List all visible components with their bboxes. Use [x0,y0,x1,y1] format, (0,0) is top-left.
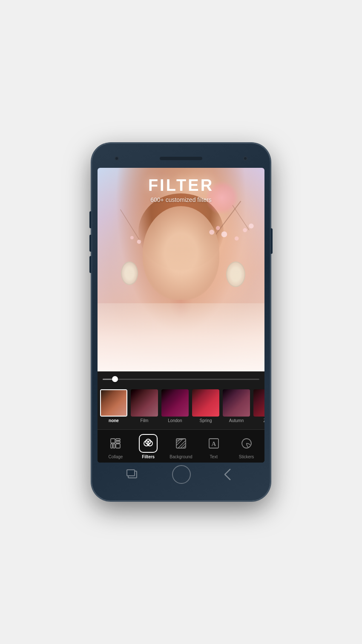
home-button[interactable] [172,465,191,484]
text-icon-container: A [204,434,223,453]
bottom-navigation: Collage Filters [98,429,264,463]
svg-rect-13 [116,441,120,443]
filter-label-autumn: Autumn [229,418,244,423]
slider-track[interactable] [103,379,259,380]
earring-right [226,262,245,287]
svg-rect-12 [116,439,120,440]
svg-rect-14 [111,444,112,448]
filter-slider-container[interactable] [98,371,264,387]
back-button[interactable] [224,469,236,480]
filter-label-zep: Zep [263,418,264,423]
dress-element [98,303,264,371]
svg-text:A: A [211,440,216,447]
thumb-film-img [131,389,158,417]
filter-thumb-zep [253,389,264,417]
filter-item-none[interactable]: none [99,389,128,427]
filter-thumbnails-row: none Film London Spring [98,387,264,429]
filter-item-london[interactable]: London [161,389,190,427]
nav-label-filters: Filters [142,454,155,459]
background-icon [175,437,187,449]
collage-icon-container [106,434,125,453]
stickers-icon-container [237,434,256,453]
svg-rect-11 [111,439,115,443]
filter-item-film[interactable]: Film [130,389,159,427]
nav-item-text[interactable]: A Text [201,434,227,459]
front-camera-left [115,156,119,161]
filters-icon-container [139,434,158,453]
filter-item-spring[interactable]: Spring [191,389,220,427]
stickers-icon [241,437,253,449]
filter-overlay: FILTER 600+ customized filters [98,176,264,203]
nav-item-collage[interactable]: Collage [103,434,128,459]
filter-label-london: London [168,418,182,423]
main-photo-area: FILTER 600+ customized filters [98,168,264,371]
filter-item-zep[interactable]: Zep [253,389,264,427]
recent-apps-button[interactable] [128,471,137,478]
filter-label-film: Film [141,418,149,423]
filter-thumb-none [100,389,127,417]
thumb-zep-img [253,389,264,417]
filter-thumb-spring [192,389,219,417]
phone-hardware-bar [98,463,264,486]
earring-left [121,262,138,285]
svg-rect-15 [113,444,115,448]
thumb-none-img [101,390,126,416]
face-element [143,206,219,300]
filter-thumb-autumn [223,389,250,417]
nav-item-filters[interactable]: Filters [135,434,161,459]
front-camera-right [243,156,247,161]
thumb-autumn-img [223,389,250,417]
filters-icon [142,437,154,449]
filter-thumb-film [131,389,158,417]
phone-device: FILTER 600+ customized filters none [92,143,270,501]
nav-label-collage: Collage [108,454,123,459]
nav-label-stickers: Stickers [239,454,254,459]
nav-item-stickers[interactable]: Stickers [234,434,259,459]
filter-subtitle-text: 600+ customized filters [98,196,264,203]
thumb-london-img [161,389,189,417]
nav-label-text: Text [210,454,218,459]
filter-label-none: none [109,418,119,423]
slider-thumb[interactable] [112,376,118,382]
text-icon: A [208,437,220,449]
filter-thumb-london [161,389,189,417]
svg-rect-16 [116,444,120,448]
phone-speaker [160,157,202,160]
nav-item-background[interactable]: Background [168,434,194,459]
filter-item-autumn[interactable]: Autumn [222,389,251,427]
thumb-spring-img [192,389,219,417]
background-icon-container [172,434,190,453]
phone-top-bar [98,151,264,166]
svg-line-23 [181,443,186,448]
phone-screen: FILTER 600+ customized filters none [98,168,264,463]
filter-title-text: FILTER [98,176,264,195]
collage-icon [109,437,121,449]
filter-label-spring: Spring [200,418,212,423]
nav-label-background: Background [170,454,192,459]
